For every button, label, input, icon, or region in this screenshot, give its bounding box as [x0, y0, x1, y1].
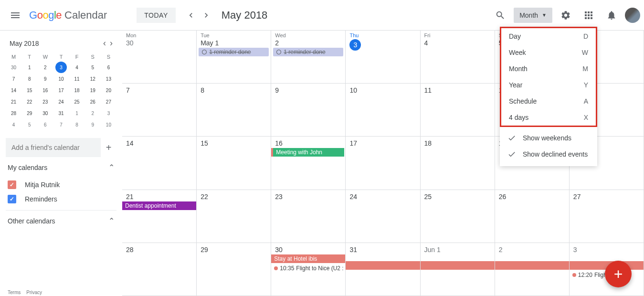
calendar-item[interactable]: ✓Mitja Rutnik — [6, 178, 116, 192]
mini-day[interactable]: 28 — [6, 107, 21, 119]
next-month-button[interactable] — [199, 8, 214, 23]
mini-day[interactable]: 12 — [85, 73, 101, 85]
day-cell[interactable]: 8 — [197, 84, 271, 137]
mini-day[interactable]: 26 — [85, 96, 101, 107]
day-cell[interactable]: 25 — [421, 190, 495, 243]
add-friend-input[interactable] — [6, 138, 101, 157]
mini-day[interactable]: 3 — [53, 62, 69, 73]
day-cell[interactable]: 9 — [271, 84, 346, 137]
day-cell[interactable]: 14 — [122, 137, 197, 190]
mini-day[interactable]: 21 — [6, 96, 21, 107]
event[interactable] — [346, 261, 420, 270]
mini-day[interactable]: 17 — [53, 85, 69, 96]
day-cell[interactable]: 23 — [271, 190, 346, 243]
create-event-fab[interactable]: + — [605, 261, 632, 287]
today-button[interactable]: TODAY — [137, 8, 175, 23]
mini-next-button[interactable]: › — [110, 38, 113, 48]
mini-day[interactable]: 22 — [21, 96, 37, 107]
apps-button[interactable] — [579, 6, 598, 25]
day-cell[interactable]: 21Dentist appointment — [122, 190, 197, 243]
mini-day[interactable]: 6 — [101, 62, 116, 73]
event[interactable]: 10:35 Flight to Nice (U2 : — [271, 264, 345, 273]
terms-link[interactable]: Terms — [8, 290, 21, 295]
view-switcher-button[interactable]: Month▼ — [514, 8, 552, 23]
mini-day[interactable]: 20 — [101, 85, 116, 96]
mini-day[interactable]: 2 — [37, 62, 53, 73]
view-option[interactable]: ScheduleA — [501, 93, 596, 109]
mini-day[interactable]: 4 — [69, 62, 85, 73]
prev-month-button[interactable] — [183, 8, 199, 23]
mini-day[interactable]: 30 — [37, 107, 53, 119]
day-cell[interactable]: 26 — [495, 190, 570, 243]
day-cell[interactable]: 27 — [570, 190, 644, 243]
mini-prev-button[interactable]: ‹ — [103, 38, 106, 48]
event[interactable]: Dentist appointment — [122, 201, 197, 210]
view-option[interactable]: MonthM — [501, 61, 596, 77]
event[interactable]: Meeting with John — [271, 148, 344, 157]
mini-day[interactable]: 9 — [37, 73, 53, 85]
mini-day[interactable]: 1 — [21, 62, 37, 73]
mini-day[interactable]: 23 — [37, 96, 53, 107]
mini-day[interactable]: 9 — [85, 119, 101, 130]
view-option[interactable]: DayD — [501, 28, 596, 44]
mini-day[interactable]: 13 — [101, 73, 116, 85]
mini-calendar[interactable]: MTWTFSS301234567891011121314151617181920… — [6, 52, 116, 130]
event[interactable]: 1 reminder done — [273, 48, 343, 56]
day-cell[interactable]: Fri4 — [421, 31, 495, 84]
main-menu-button[interactable] — [4, 4, 27, 27]
day-cell[interactable]: 11 — [421, 84, 495, 137]
day-cell[interactable]: 29 — [197, 243, 271, 296]
mini-day[interactable]: 8 — [21, 73, 37, 85]
day-cell[interactable]: 18 — [421, 137, 495, 190]
day-cell[interactable]: Mon30 — [122, 31, 197, 84]
day-cell[interactable]: 17 — [346, 137, 420, 190]
mini-day[interactable]: 27 — [101, 96, 116, 107]
mini-day[interactable]: 31 — [53, 107, 69, 119]
mini-day[interactable]: 7 — [6, 73, 21, 85]
day-cell[interactable]: Wed21 reminder done — [271, 31, 346, 84]
day-cell[interactable]: 24 — [346, 190, 420, 243]
account-avatar[interactable] — [625, 8, 640, 23]
calendar-checkbox[interactable]: ✓ — [8, 195, 16, 203]
mini-day[interactable]: 3 — [101, 107, 116, 119]
event[interactable]: 1 reminder done — [199, 48, 269, 56]
day-cell[interactable]: 7 — [122, 84, 197, 137]
mini-day[interactable]: 29 — [21, 107, 37, 119]
day-cell[interactable]: TueMay 11 reminder done — [197, 31, 271, 84]
mini-day[interactable]: 4 — [6, 119, 21, 130]
day-cell[interactable]: 22 — [197, 190, 271, 243]
mini-day[interactable]: 8 — [69, 119, 85, 130]
mini-day[interactable]: 14 — [6, 85, 21, 96]
mini-day[interactable]: 24 — [53, 96, 69, 107]
mini-day[interactable]: 10 — [53, 73, 69, 85]
mini-day[interactable]: 10 — [101, 119, 116, 130]
privacy-link[interactable]: Privacy — [26, 290, 42, 295]
mini-day[interactable]: 6 — [37, 119, 53, 130]
mini-day[interactable]: 15 — [21, 85, 37, 96]
show-weekends-toggle[interactable]: Show weekends — [500, 130, 597, 146]
day-cell[interactable]: 31 — [346, 243, 420, 296]
mini-day[interactable]: 11 — [69, 73, 85, 85]
mini-day[interactable]: 16 — [37, 85, 53, 96]
event[interactable]: Stay at Hotel ibis — [271, 254, 346, 263]
view-option[interactable]: 4 daysX — [501, 109, 596, 126]
event[interactable] — [495, 261, 570, 270]
calendar-checkbox[interactable]: ✓ — [8, 180, 16, 189]
mini-day[interactable]: 25 — [69, 96, 85, 107]
mini-day[interactable]: 1 — [69, 107, 85, 119]
my-calendars-header[interactable]: My calendars ⌃ — [6, 157, 116, 178]
day-cell[interactable]: Thu3 — [346, 31, 420, 84]
settings-button[interactable] — [556, 6, 575, 25]
view-option[interactable]: WeekW — [501, 44, 596, 61]
day-cell[interactable]: 15 — [197, 137, 271, 190]
show-declined-toggle[interactable]: Show declined events — [500, 146, 597, 162]
notifications-button[interactable] — [602, 6, 621, 25]
mini-day[interactable]: 5 — [85, 62, 101, 73]
mini-day[interactable]: 19 — [85, 85, 101, 96]
calendar-item[interactable]: ✓Reminders — [6, 192, 116, 206]
view-option[interactable]: YearY — [501, 77, 596, 93]
day-cell[interactable]: 30Stay at Hotel ibis10:35 Flight to Nice… — [271, 243, 346, 296]
day-cell[interactable]: 16Meeting with John — [271, 137, 346, 190]
mini-day[interactable]: 5 — [21, 119, 37, 130]
mini-day[interactable]: 7 — [53, 119, 69, 130]
